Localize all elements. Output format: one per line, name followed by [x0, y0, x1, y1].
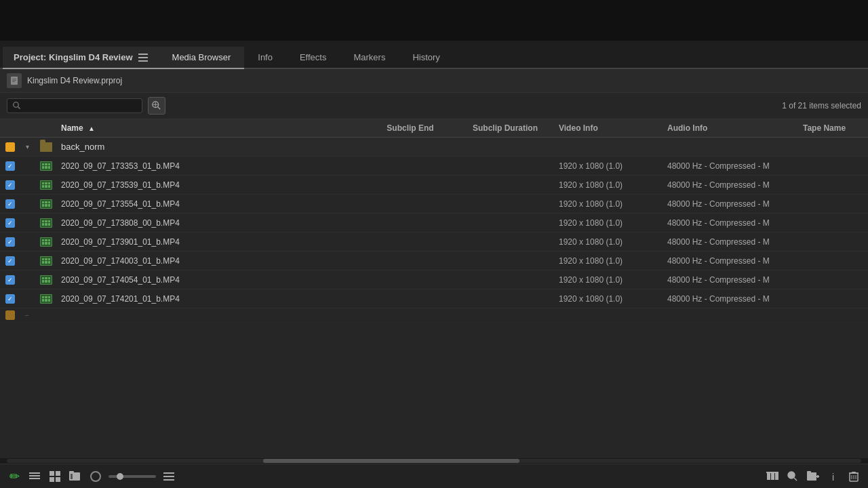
svg-rect-36	[852, 472, 856, 473]
table-row[interactable]: 2020_09_07_173353_01_b.MP4 1920 x 1080 (…	[0, 157, 868, 176]
svg-point-4	[14, 102, 19, 108]
table-row-partial: −	[0, 308, 868, 323]
search-bottom-icon[interactable]	[785, 469, 800, 484]
bins-icon[interactable]	[765, 469, 780, 484]
svg-line-7	[158, 107, 161, 110]
scrollbar-track	[7, 459, 861, 463]
tab-info[interactable]: Info	[244, 47, 286, 69]
search-input[interactable]	[25, 101, 136, 110]
svg-rect-20	[163, 472, 174, 474]
row-checkbox[interactable]	[5, 161, 15, 171]
clip-video-info: 1920 x 1080 (1.0)	[556, 237, 625, 247]
bottom-toolbar: ✏	[0, 464, 868, 488]
folder-icon	[34, 142, 58, 152]
clip-tape-name	[800, 218, 806, 228]
table-row[interactable]: 2020_09_07_173554_01_b.MP4 1920 x 1080 (…	[0, 195, 868, 214]
clip-tape-name	[800, 256, 806, 266]
folder-checkbox[interactable]	[5, 142, 15, 152]
svg-rect-11	[29, 475, 40, 476]
col-header-name[interactable]: Name ▲	[58, 123, 366, 133]
find-icon	[152, 101, 161, 110]
table-row[interactable]: 2020_09_07_174201_01_b.MP4 1920 x 1080 (…	[0, 289, 868, 308]
new-bin-icon[interactable]	[806, 469, 821, 484]
svg-rect-18	[69, 471, 74, 473]
project-title: Project: Kingslim D4 Review	[14, 52, 133, 62]
clip-subclip-end	[408, 237, 413, 247]
new-item-icon[interactable]: ✏	[7, 469, 22, 484]
clip-tape-name	[800, 237, 806, 247]
col-header-subclip-end[interactable]: Subclip End	[366, 123, 454, 133]
col-header-video-info[interactable]: Video Info	[556, 123, 665, 133]
project-toolbar: Kingslim D4 Review.prproj	[0, 69, 868, 93]
zoom-icon	[88, 469, 103, 484]
find-button[interactable]	[148, 97, 165, 115]
row-checkbox[interactable]	[5, 294, 15, 304]
tab-history[interactable]: History	[399, 47, 453, 69]
table-row[interactable]: 2020_09_07_173539_01_b.MP4 1920 x 1080 (…	[0, 176, 868, 195]
clip-audio-info: 48000 Hz - Compressed - M	[665, 161, 772, 171]
row-checkbox[interactable]	[5, 256, 15, 266]
clip-icon	[34, 218, 58, 228]
clip-subclip-dur	[502, 237, 508, 247]
clip-icon	[34, 199, 58, 209]
row-checkbox[interactable]	[5, 180, 15, 190]
partial-expand-icon: −	[20, 312, 34, 319]
svg-rect-1	[12, 79, 16, 79]
clip-video-info: 1920 x 1080 (1.0)	[556, 180, 625, 190]
folder-name: back_norm	[58, 142, 107, 152]
clip-rows: 2020_09_07_173353_01_b.MP4 1920 x 1080 (…	[0, 157, 868, 308]
zoom-slider[interactable]	[108, 475, 156, 478]
horizontal-scrollbar[interactable]	[0, 458, 868, 464]
table-row[interactable]: 2020_09_07_174003_01_b.MP4 1920 x 1080 (…	[0, 251, 868, 270]
clip-audio-info: 48000 Hz - Compressed - M	[665, 256, 772, 266]
row-checkbox[interactable]	[5, 237, 15, 247]
svg-point-27	[788, 472, 795, 479]
clip-video-info: 1920 x 1080 (1.0)	[556, 275, 625, 285]
svg-rect-25	[775, 473, 778, 480]
col-header-subclip-dur[interactable]: Subclip Duration	[454, 123, 556, 133]
table-row[interactable]: 2020_09_07_173808_00_b.MP4 1920 x 1080 (…	[0, 214, 868, 232]
info-bottom-icon[interactable]: i	[826, 469, 841, 484]
icon-view-icon[interactable]	[47, 469, 62, 484]
row-checkbox[interactable]	[5, 275, 15, 285]
svg-rect-12	[29, 478, 40, 479]
tab-media-browser[interactable]: Media Browser	[159, 47, 245, 69]
col-header-audio-info[interactable]: Audio Info	[665, 123, 800, 133]
clip-tape-name	[800, 275, 806, 285]
table-row[interactable]: 2020_09_07_174054_01_b.MP4 1920 x 1080 (…	[0, 270, 868, 289]
tab-markers[interactable]: Markers	[340, 47, 399, 69]
scrollbar-thumb[interactable]	[263, 459, 519, 463]
folder-expand-icon[interactable]: ▾	[20, 143, 34, 150]
clip-video-info: 1920 x 1080 (1.0)	[556, 256, 625, 266]
svg-rect-2	[12, 80, 16, 81]
svg-rect-16	[56, 477, 60, 482]
col-header-tape-name[interactable]: Tape Name	[800, 123, 868, 133]
table-row-folder[interactable]: ▾ back_norm	[0, 138, 868, 157]
tab-project[interactable]: Project: Kingslim D4 Review	[3, 47, 159, 69]
clip-tape-name	[800, 161, 806, 171]
table-row[interactable]: 2020_09_07_173901_01_b.MP4 1920 x 1080 (…	[0, 232, 868, 251]
delete-icon[interactable]	[846, 469, 861, 484]
search-wrapper	[7, 98, 142, 113]
list-view-icon[interactable]	[27, 469, 42, 484]
svg-rect-29	[807, 472, 816, 481]
hamburger-icon[interactable]	[138, 54, 148, 62]
panel-menu-icon[interactable]	[161, 469, 176, 484]
svg-line-28	[794, 478, 797, 481]
clip-subclip-dur	[502, 275, 508, 285]
clip-video-info: 1920 x 1080 (1.0)	[556, 218, 625, 228]
row-checkbox[interactable]	[5, 199, 15, 209]
clip-icon	[34, 275, 58, 285]
clip-subclip-dur	[502, 161, 508, 171]
sort-arrow-name: ▲	[88, 125, 95, 132]
clip-name: 2020_09_07_173539_01_b.MP4	[58, 180, 182, 190]
zoom-slider-thumb[interactable]	[117, 473, 123, 480]
row-checkbox[interactable]	[5, 218, 15, 228]
search-icon	[13, 102, 21, 110]
clip-audio-info: 48000 Hz - Compressed - M	[665, 180, 772, 190]
folder-view-icon[interactable]	[68, 469, 83, 484]
svg-text:i: i	[832, 472, 834, 482]
tab-effects[interactable]: Effects	[286, 47, 340, 69]
table-area: Name ▲ Subclip End Subclip Duration Vide…	[0, 119, 868, 458]
svg-rect-30	[807, 471, 811, 473]
